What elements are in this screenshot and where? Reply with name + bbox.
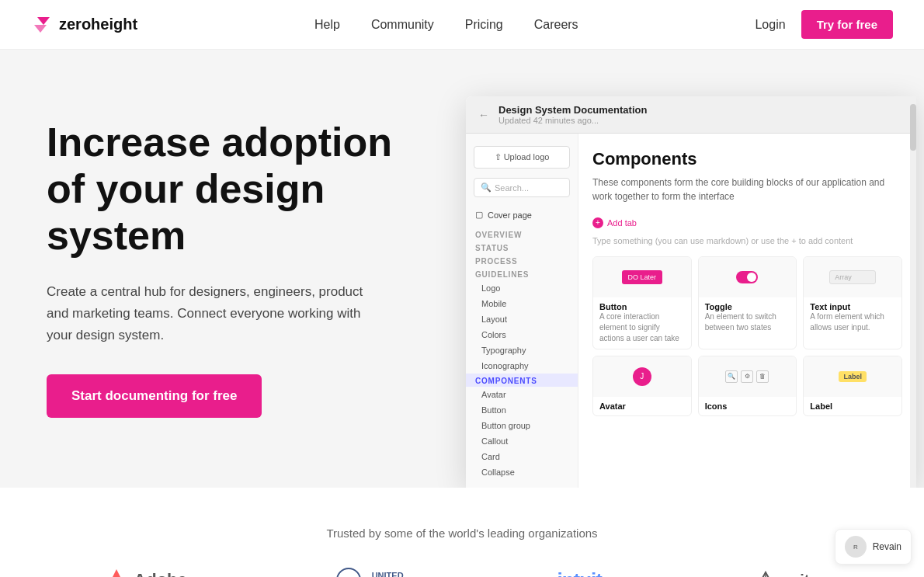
try-for-free-button[interactable]: Try for free <box>801 10 893 39</box>
card-title-icons: Icons <box>705 401 790 411</box>
adobe-label: Adobe <box>134 570 186 577</box>
nav-pricing[interactable]: Pricing <box>465 18 503 32</box>
logos-row-1: Adobe UA UNITED AIRLINES intuit. unity <box>31 568 893 577</box>
logo[interactable]: zeroheight <box>31 14 137 36</box>
hero-subtitle: Create a central hub for designers, engi… <box>47 281 388 346</box>
revain-widget[interactable]: R Revain <box>835 529 912 565</box>
back-arrow-icon: ← <box>478 109 489 121</box>
revain-label: Revain <box>873 541 901 552</box>
section-status: STATUS <box>466 241 578 254</box>
card-preview-textinput: Array <box>804 257 901 297</box>
sidebar-guidelines-iconography[interactable]: Iconography <box>466 358 578 374</box>
component-card-button[interactable]: DO Later Button A core interaction eleme… <box>592 256 692 349</box>
component-card-toggle[interactable]: Toggle An element to switch between two … <box>698 256 797 349</box>
nav-community[interactable]: Community <box>371 18 434 32</box>
sidebar-guidelines-mobile[interactable]: Mobile <box>466 296 578 311</box>
markdown-hint: Type something (you can use markdown) or… <box>592 236 902 245</box>
upload-logo-button[interactable]: ⇧ Upload logo <box>474 146 570 169</box>
scrollbar-track[interactable] <box>910 96 916 488</box>
sidebar-comp-collapse[interactable]: Collapse <box>466 464 578 480</box>
svg-text:R: R <box>853 544 858 551</box>
sidebar-comp-callout[interactable]: Callout <box>466 433 578 449</box>
card-desc-button: A core interaction element to signify ac… <box>599 311 685 344</box>
component-grid: DO Later Button A core interaction eleme… <box>592 256 902 416</box>
card-title-label: Label <box>810 401 895 411</box>
united-airlines-text-block: UNITED AIRLINES <box>367 571 407 577</box>
preview-button-element: DO Later <box>622 270 663 284</box>
sidebar-guidelines-layout[interactable]: Layout <box>466 311 578 327</box>
search-placeholder-text: Search... <box>495 183 529 193</box>
screenshot-window: ← Design System Documentation Updated 42… <box>466 96 916 488</box>
logo-unity: unity <box>756 571 818 577</box>
preview-label-element: Label <box>839 371 867 382</box>
card-label-button: Button A core interaction element to sig… <box>593 297 691 349</box>
card-label-toggle: Toggle An element to switch between two … <box>699 297 797 338</box>
icon-box-1: 🔍 <box>725 370 738 383</box>
screenshot-main-content: Components These components form the cor… <box>578 134 916 488</box>
section-guidelines: GUIDELINES <box>466 267 578 280</box>
logo-text: zeroheight <box>59 16 137 33</box>
svg-marker-1 <box>34 25 47 33</box>
sidebar-guidelines-logo[interactable]: Logo <box>466 280 578 296</box>
sidebar-comp-card[interactable]: Card <box>466 449 578 464</box>
trusted-section: Trusted by some of the world's leading o… <box>0 488 924 577</box>
card-preview-toggle <box>699 257 797 297</box>
card-preview-avatar: J <box>593 356 691 397</box>
card-preview-label: Label <box>804 356 901 397</box>
nav-help[interactable]: Help <box>314 18 340 32</box>
card-label-avatar: Avatar <box>593 397 691 415</box>
card-preview-button: DO Later <box>593 257 691 297</box>
sidebar-comp-avatar[interactable]: Avatar <box>466 387 578 402</box>
hero-title: Increase adoption of your design system <box>47 120 419 259</box>
component-card-icons[interactable]: 🔍 ⚙ 🗑 Icons <box>698 356 797 416</box>
sidebar-guidelines-typography[interactable]: Typography <box>466 342 578 358</box>
cover-page-item[interactable]: ▢ Cover page <box>466 205 578 224</box>
adobe-icon <box>106 569 127 577</box>
upload-icon: ⇧ <box>495 152 502 162</box>
logo-united-airlines: UA UNITED AIRLINES <box>336 568 407 577</box>
card-label-label: Label <box>804 397 901 415</box>
svg-marker-2 <box>106 569 127 577</box>
preview-avatar-element: J <box>633 367 651 386</box>
preview-icons-element: 🔍 ⚙ 🗑 <box>725 370 769 383</box>
card-title-avatar: Avatar <box>599 401 685 411</box>
sidebar-guidelines-colors[interactable]: Colors <box>466 327 578 342</box>
preview-input-element: Array <box>829 270 876 284</box>
nav-links: Help Community Pricing Careers <box>314 18 578 32</box>
scrollbar-thumb[interactable] <box>910 104 916 151</box>
card-title-textinput: Text input <box>810 302 895 311</box>
card-title-toggle: Toggle <box>705 302 790 311</box>
card-label-icons: Icons <box>699 397 797 415</box>
login-button[interactable]: Login <box>755 18 785 32</box>
united-airlines-icon: UA <box>336 568 361 577</box>
screenshot-title: Design System Documentation <box>498 104 647 116</box>
search-icon: 🔍 <box>481 182 492 193</box>
navbar: zeroheight Help Community Pricing Career… <box>0 0 924 50</box>
main-heading: Components <box>592 149 902 169</box>
add-tab-icon: + <box>592 217 603 228</box>
icon-box-2: ⚙ <box>741 370 753 383</box>
card-desc-textinput: A form element which allows user input. <box>810 311 895 333</box>
nav-careers[interactable]: Careers <box>534 18 578 32</box>
sidebar-search[interactable]: 🔍 Search... <box>474 178 570 197</box>
component-card-textinput[interactable]: Array Text input A form element which al… <box>803 256 902 349</box>
intuit-label: intuit. <box>557 568 606 578</box>
sidebar-comp-button[interactable]: Button <box>466 402 578 418</box>
unity-icon <box>756 571 775 577</box>
zeroheight-logo-icon <box>31 14 53 36</box>
preview-toggle-element <box>736 271 758 283</box>
start-documenting-button[interactable]: Start documenting for free <box>47 374 262 418</box>
component-card-avatar[interactable]: J Avatar <box>592 356 692 416</box>
section-process: PROCESS <box>466 254 578 267</box>
hero-screenshot: ← Design System Documentation Updated 42… <box>466 96 916 488</box>
logo-intuit: intuit. <box>557 568 606 578</box>
unity-label: unity <box>781 572 818 578</box>
home-icon: ▢ <box>475 210 483 220</box>
component-card-label[interactable]: Label Label <box>803 356 902 416</box>
screenshot-body: ⇧ Upload logo 🔍 Search... ▢ Cover page O… <box>466 134 916 488</box>
logo-adobe: Adobe <box>106 569 186 577</box>
sidebar-comp-buttongroup[interactable]: Button group <box>466 418 578 433</box>
add-tab-button[interactable]: + Add tab <box>592 217 637 228</box>
card-desc-toggle: An element to switch between two states <box>705 311 790 333</box>
hero-text-block: Increase adoption of your design system … <box>47 120 450 464</box>
